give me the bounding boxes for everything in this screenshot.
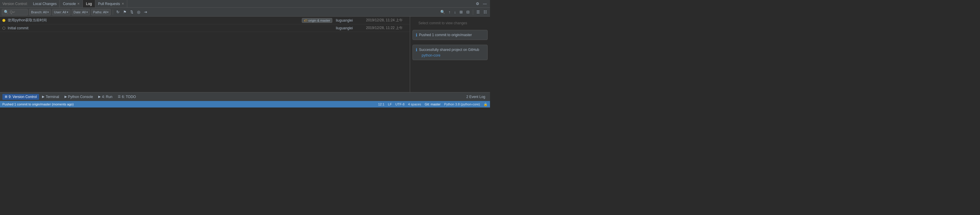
- toolbar-right: 🔍 ↑ ↓ ⊞ ⊟ ☰ ☷: [439, 10, 488, 15]
- commit-author-2: liuguanglei: [336, 26, 363, 30]
- commit-date-2: 2019/12/28, 11:22 上午: [366, 25, 407, 30]
- status-position: 12:1: [378, 102, 384, 106]
- bottom-tab-terminal[interactable]: ▶ Terminal: [40, 94, 61, 100]
- status-bar-right: 12:1 LF UTF-8 4 spaces Git: master Pytho…: [378, 102, 488, 106]
- status-python[interactable]: Python 3.8 (python-core): [444, 102, 480, 106]
- toolbar-separator-1: [113, 10, 113, 15]
- commit-list: 使用python获取当前时间 🏷 origin & master liuguan…: [0, 17, 410, 92]
- user-filter-label: User: All: [54, 10, 66, 14]
- user-filter[interactable]: User: All ▾: [52, 9, 70, 15]
- commit-meta-1: 🏷 origin & master liuguanglei 2019/12/28…: [302, 18, 407, 23]
- tab-bar-right-icons: ⚙ —: [473, 1, 490, 6]
- event-log-label: 2 Event Log: [466, 95, 485, 99]
- status-line-ending: LF: [388, 102, 392, 106]
- tab-local-changes[interactable]: Local Changes: [30, 0, 60, 7]
- main-content: 使用python获取当前时间 🏷 origin & master liuguan…: [0, 17, 490, 92]
- notif-header-2: ℹ Successfully shared project on GitHub: [416, 48, 484, 52]
- bottom-tab-version-control[interactable]: ⊞ 9: Version Control: [2, 94, 39, 100]
- status-lock-icon: 🔒: [484, 102, 488, 106]
- python-console-icon: ▶: [65, 95, 67, 99]
- todo-icon: ☰: [118, 95, 121, 99]
- align-right-icon[interactable]: ☷: [482, 10, 488, 14]
- run-icon: ▶: [98, 95, 100, 99]
- bookmark-icon[interactable]: ⇥: [143, 10, 148, 14]
- notif-header-1: ℹ Pushed 1 commit to origin/master: [416, 33, 484, 37]
- settings-icon[interactable]: ⚙: [475, 1, 480, 6]
- status-message: Pushed 1 commit to origin/master (moment…: [2, 102, 74, 106]
- down-icon[interactable]: ↓: [453, 10, 457, 14]
- notif-text-1: Pushed 1 commit to origin/master: [419, 33, 472, 37]
- tab-pull-requests[interactable]: Pull Requests ✕: [95, 0, 127, 7]
- toolbar: 🔍 Branch: All ▾ User: All ▾ Date: All ▾ …: [0, 8, 490, 17]
- align-left-icon[interactable]: ☰: [475, 10, 481, 14]
- commit-author-1: liuguanglei: [336, 18, 363, 22]
- bottom-tab-event-log[interactable]: 2 Event Log: [464, 94, 488, 100]
- commit-date-1: 2019/12/28, 11:24 上午: [366, 18, 407, 23]
- bottom-tab-python-console[interactable]: ▶ Python Console: [62, 94, 95, 100]
- cherry-pick-icon[interactable]: ⚑: [122, 10, 128, 14]
- tab-pull-requests-close[interactable]: ✕: [122, 2, 124, 5]
- bottom-toolbar: ⊞ 9: Version Control ▶ Terminal ▶ Python…: [0, 92, 490, 101]
- tab-log[interactable]: Log: [83, 0, 95, 7]
- search-box[interactable]: 🔍: [2, 9, 28, 15]
- status-bar: Pushed 1 commit to origin/master (moment…: [0, 101, 490, 107]
- commit-dot-2: [2, 27, 5, 30]
- date-filter-label: Date: All: [74, 10, 86, 14]
- bottom-tab-terminal-label: Terminal: [46, 95, 59, 99]
- search-input[interactable]: [10, 10, 27, 14]
- notification-card-2: ℹ Successfully shared project on GitHub …: [412, 45, 488, 60]
- eye-icon[interactable]: ◎: [136, 10, 142, 14]
- minimize-icon[interactable]: —: [482, 1, 488, 6]
- tab-pull-requests-label: Pull Requests: [98, 2, 120, 6]
- bottom-tab-python-console-label: Python Console: [68, 95, 93, 99]
- tag-icon-1: 🏷: [304, 19, 307, 22]
- status-git[interactable]: Git: master: [425, 102, 441, 106]
- tab-prefix: Version Control:: [0, 2, 30, 6]
- search-icon: 🔍: [4, 10, 9, 14]
- branch-icon[interactable]: ⇅: [129, 10, 135, 14]
- notif-text-2: Successfully shared project on GitHub: [419, 48, 479, 52]
- expand-icon[interactable]: ⊞: [458, 10, 464, 14]
- tab-console-close[interactable]: ✕: [77, 2, 80, 5]
- notif-link-2[interactable]: python-core: [416, 53, 484, 57]
- right-panel-placeholder: Select commit to view changes: [412, 17, 473, 31]
- right-panel: Select commit to view changes ℹ Pushed 1…: [410, 17, 490, 92]
- user-filter-arrow: ▾: [67, 11, 68, 14]
- collapse-icon[interactable]: ⊟: [465, 10, 471, 14]
- status-encoding: UTF-8: [395, 102, 404, 106]
- info-icon-2: ℹ: [416, 48, 417, 52]
- bottom-tab-run[interactable]: ▶ 4: Run: [96, 94, 115, 100]
- bottom-tab-run-label: 4: Run: [102, 95, 112, 99]
- table-row[interactable]: 使用python获取当前时间 🏷 origin & master liuguan…: [0, 17, 410, 24]
- version-control-icon: ⊞: [5, 95, 7, 99]
- branch-filter[interactable]: Branch: All ▾: [29, 9, 51, 15]
- bottom-tab-todo-label: 6: TODO: [122, 95, 136, 99]
- tab-console-label: Console: [63, 2, 76, 6]
- tag-label-1: origin & master: [308, 19, 330, 22]
- search-right-icon[interactable]: 🔍: [439, 10, 446, 14]
- paths-filter-label: Paths: All: [93, 10, 107, 14]
- paths-filter[interactable]: Paths: All ▾: [91, 9, 111, 15]
- info-icon-1: ℹ: [416, 33, 417, 37]
- up-icon[interactable]: ↑: [447, 10, 452, 14]
- refresh-icon[interactable]: ↻: [115, 10, 121, 14]
- tab-bar: Version Control: Local Changes Console ✕…: [0, 0, 490, 8]
- tab-console[interactable]: Console ✕: [60, 0, 83, 7]
- terminal-icon: ▶: [42, 95, 45, 99]
- toolbar-separator-2: [473, 10, 473, 15]
- table-row[interactable]: Initial commit liuguanglei 2019/12/28, 1…: [0, 24, 410, 32]
- tag-badge-1: 🏷 origin & master: [302, 18, 332, 23]
- commit-message-1: 使用python获取当前时间: [8, 18, 302, 23]
- date-filter-arrow: ▾: [86, 11, 88, 14]
- bottom-tab-todo[interactable]: ☰ 6: TODO: [115, 94, 138, 100]
- paths-filter-arrow: ▾: [107, 11, 108, 14]
- commit-meta-2: liuguanglei 2019/12/28, 11:22 上午: [336, 25, 407, 30]
- branch-filter-arrow: ▾: [47, 11, 49, 14]
- tab-log-label: Log: [86, 2, 92, 6]
- commit-dot-1: [2, 19, 5, 22]
- commit-message-2: Initial commit: [8, 26, 336, 30]
- date-filter[interactable]: Date: All ▾: [72, 9, 90, 15]
- status-indent: 4 spaces: [408, 102, 421, 106]
- notification-card-1: ℹ Pushed 1 commit to origin/master: [412, 30, 488, 40]
- branch-filter-label: Branch: All: [31, 10, 47, 14]
